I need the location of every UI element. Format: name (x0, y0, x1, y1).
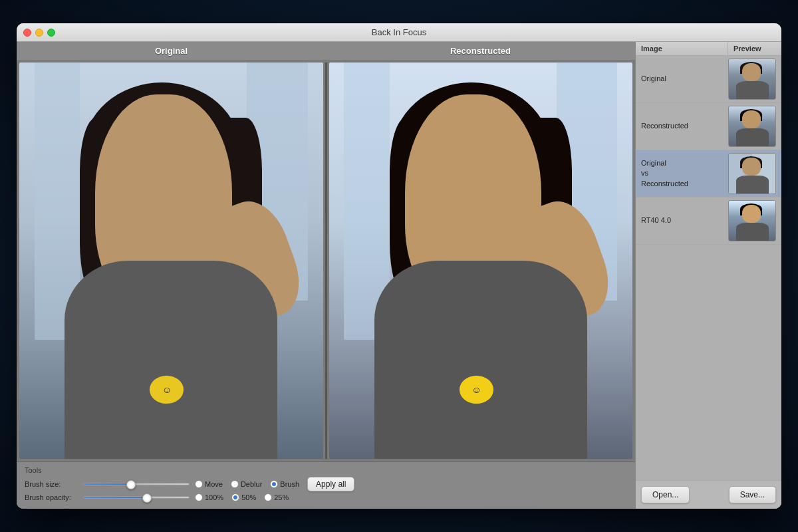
opacity-50-label: 50% (241, 493, 256, 501)
opacity-50-radio[interactable]: 50% (231, 493, 256, 501)
original-label: Original (17, 46, 326, 56)
original-panel[interactable] (19, 63, 323, 459)
save-button[interactable]: Save... (729, 486, 776, 503)
open-button[interactable]: Open... (641, 486, 690, 503)
brush-opacity-slider[interactable] (83, 496, 190, 499)
opacity-25-circle (264, 493, 272, 501)
opacity-100-label: 100% (205, 493, 223, 501)
brush-opacity-thumb[interactable] (142, 493, 152, 503)
sidebar-item-rt40-label: RT40 4.0 (641, 215, 728, 225)
brush-opacity-label: Brush opacity: (25, 493, 78, 501)
brush-radio[interactable]: Brush (270, 480, 299, 488)
sidebar-item-reconstructed[interactable]: Reconstructed (636, 103, 781, 150)
sidebar-thumbnail-rt40 (728, 200, 776, 241)
brush-size-row: Brush size: Move Deblur (25, 477, 627, 491)
move-radio-circle (195, 480, 203, 488)
titlebar: Back In Focus (17, 23, 781, 42)
reconstructed-panel[interactable] (329, 63, 633, 459)
sidebar-item-ovr-label: OriginalvsReconstructed (641, 158, 728, 189)
deblur-radio-circle (231, 480, 239, 488)
deblur-radio-label: Deblur (241, 480, 262, 488)
original-image (19, 63, 323, 459)
close-button[interactable] (23, 29, 31, 37)
image-col-header: Image (636, 42, 728, 55)
opacity-50-circle (231, 493, 239, 501)
tools-bar: Tools Brush size: Move (17, 462, 635, 509)
panels-area: Original Reconstructed (17, 42, 635, 509)
sidebar-item-reconstructed-label: Reconstructed (641, 121, 728, 131)
brush-opacity-row: Brush opacity: 100% 50% (25, 493, 627, 501)
preview-col-header: Preview (728, 42, 781, 55)
brush-size-slider[interactable] (83, 483, 190, 485)
sidebar-items: Original Reconstructed (636, 56, 781, 480)
sidebar-item-rt40[interactable]: RT40 4.0 (636, 198, 781, 245)
tools-label: Tools (25, 466, 627, 474)
brush-size-thumb[interactable] (126, 480, 136, 489)
sidebar-header: Image Preview (636, 42, 781, 56)
panel-labels: Original Reconstructed (17, 42, 635, 60)
sidebar-bottom: Open... Save... (636, 480, 781, 509)
opacity-100-circle (195, 493, 203, 501)
move-radio-label: Move (205, 480, 223, 488)
sidebar-thumbnail-ovr (728, 153, 776, 194)
sidebar-thumbnail-original (728, 59, 776, 100)
reconstructed-image (329, 63, 633, 459)
sidebar-thumbnail-reconstructed (728, 106, 776, 147)
sidebar-item-original-vs-reconstructed[interactable]: OriginalvsReconstructed (636, 150, 781, 198)
minimize-button[interactable] (35, 29, 43, 37)
move-radio[interactable]: Move (195, 480, 223, 488)
app-window: Back In Focus Original Reconstructed (17, 23, 781, 509)
main-content: Original Reconstructed (17, 42, 781, 509)
window-controls (23, 29, 55, 37)
brush-radio-label: Brush (280, 480, 299, 488)
sidebar-item-original[interactable]: Original (636, 56, 781, 103)
deblur-radio[interactable]: Deblur (231, 480, 262, 488)
sidebar: Image Preview Original (635, 42, 781, 509)
tool-type-group: Move Deblur Brush Apply all (195, 477, 354, 491)
brush-radio-circle (270, 480, 278, 488)
opacity-group: 100% 50% 25% (195, 493, 289, 501)
images-row (17, 60, 635, 462)
brush-size-label: Brush size: (25, 480, 78, 488)
maximize-button[interactable] (47, 29, 55, 37)
window-title: Back In Focus (372, 27, 426, 37)
panel-divider (325, 63, 327, 459)
sidebar-item-original-label: Original (641, 74, 728, 84)
reconstructed-label: Reconstructed (326, 46, 635, 56)
apply-all-button[interactable]: Apply all (307, 477, 354, 491)
opacity-25-label: 25% (274, 493, 289, 501)
opacity-100-radio[interactable]: 100% (195, 493, 223, 501)
opacity-25-radio[interactable]: 25% (264, 493, 289, 501)
